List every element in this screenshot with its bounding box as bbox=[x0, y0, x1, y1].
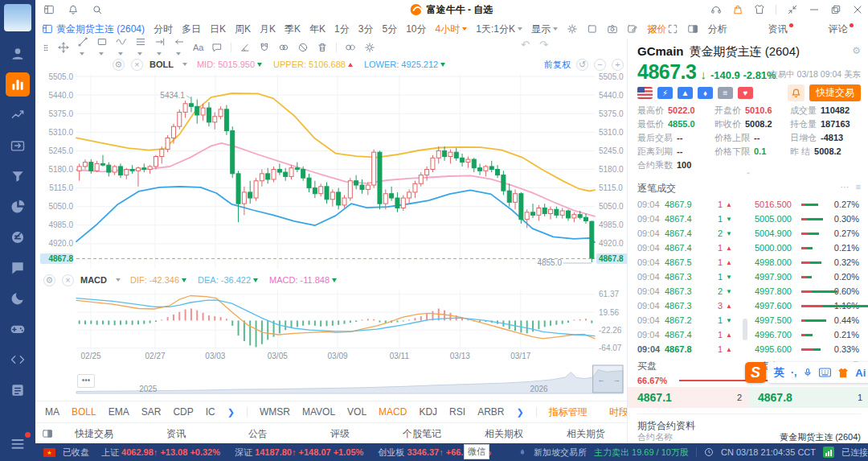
period-4小时[interactable]: 4小时 bbox=[436, 23, 468, 36]
tick-scrollbar-thumb[interactable] bbox=[743, 319, 747, 340]
period-1分[interactable]: 1分 bbox=[334, 23, 350, 36]
period-周K[interactable]: 周K bbox=[235, 23, 251, 36]
tick-row[interactable]: 09:044867.32▼4997.8000.60% bbox=[628, 284, 868, 298]
indicator-tab-MAVOL[interactable]: MAVOL bbox=[302, 406, 335, 418]
minimize-icon[interactable] bbox=[809, 4, 820, 15]
ime-ai-button[interactable]: Ai bbox=[855, 367, 866, 379]
collapse-stats-icon[interactable]: ⌃ bbox=[628, 172, 868, 179]
move-icon[interactable] bbox=[58, 42, 69, 53]
macd-chart[interactable]: 61.3719.56-22.26-64.07 bbox=[35, 288, 627, 351]
flash-quote-icon[interactable]: ⚡ bbox=[657, 87, 673, 99]
trend-icon[interactable] bbox=[6, 103, 30, 127]
profile-icon[interactable] bbox=[6, 42, 30, 66]
bottom-tab-资讯[interactable]: 资讯 bbox=[135, 427, 217, 441]
period-月K[interactable]: 月K bbox=[260, 23, 276, 36]
indicator-tab-VOL[interactable]: VOL bbox=[347, 406, 366, 418]
magnet-icon[interactable] bbox=[259, 42, 270, 53]
trade-icon[interactable] bbox=[6, 134, 30, 158]
macd-close-icon[interactable]: × bbox=[62, 274, 74, 286]
indicator-tab-MA[interactable]: MA bbox=[45, 406, 59, 418]
bell-icon[interactable] bbox=[68, 4, 79, 15]
panel-settings-icon[interactable]: ⚙ bbox=[852, 45, 861, 56]
indicator-tab-BOLL[interactable]: BOLL bbox=[72, 406, 96, 418]
trendline-icon[interactable] bbox=[77, 36, 88, 59]
indicator-tab-CDP[interactable]: CDP bbox=[173, 406, 193, 418]
headset-icon[interactable] bbox=[710, 4, 722, 15]
tick-list-icon[interactable]: ≡ bbox=[856, 182, 861, 192]
reset-zoom-icon[interactable]: ↺ bbox=[576, 59, 588, 71]
tick-row[interactable]: 09:044867.42▼5004.9000.27% bbox=[628, 226, 868, 241]
period-季K[interactable]: 季K bbox=[285, 23, 301, 36]
period-多日[interactable]: 多日 bbox=[182, 23, 201, 36]
portfolio-icon[interactable] bbox=[6, 195, 30, 219]
toolbar-camera-icon[interactable] bbox=[607, 23, 618, 35]
rect-icon[interactable] bbox=[96, 36, 108, 59]
settings-icon[interactable] bbox=[364, 42, 375, 53]
display-dropdown[interactable]: 显示 bbox=[531, 23, 558, 36]
tick-more-icon[interactable]: ⋯ bbox=[841, 182, 850, 192]
indicator-more-icon[interactable]: ❯ bbox=[227, 407, 235, 418]
macd-label[interactable]: MACD bbox=[80, 275, 107, 285]
ime-punct-toggle[interactable]: ·, bbox=[791, 367, 796, 378]
tick-row[interactable]: 09:044867.41▼5005.0000.30% bbox=[628, 212, 868, 226]
indicator-tab-WMSR[interactable]: WMSR bbox=[260, 406, 290, 418]
indicator-tab-IC[interactable]: IC bbox=[206, 406, 215, 418]
angle-icon[interactable] bbox=[240, 42, 251, 53]
markets-icon[interactable] bbox=[6, 72, 30, 97]
arrow-icon[interactable] bbox=[174, 36, 185, 59]
redo-icon[interactable]: ↷ bbox=[539, 39, 548, 51]
compare-icon[interactable] bbox=[345, 42, 356, 53]
exchange-name[interactable]: 新加坡交易所 bbox=[534, 447, 587, 459]
indicator-tab-MACD[interactable]: MACD bbox=[379, 406, 407, 418]
chat-icon[interactable] bbox=[6, 256, 30, 280]
boll-label[interactable]: BOLL bbox=[149, 60, 174, 69]
chart-navigator[interactable]: ←→20252026 ••• bbox=[35, 364, 627, 395]
more-menu-button[interactable] bbox=[6, 434, 30, 455]
candlestick-chart[interactable]: 5434.14855.05505.05505.05440.05440.05375… bbox=[35, 72, 627, 272]
screener-icon[interactable] bbox=[6, 164, 30, 188]
price-alert-bell-icon[interactable] bbox=[788, 84, 805, 101]
period-日K[interactable]: 日K bbox=[210, 23, 226, 36]
time-period-button[interactable]: 时段 bbox=[609, 405, 628, 419]
futubull-icon[interactable] bbox=[6, 225, 30, 249]
hide-icon[interactable] bbox=[297, 42, 309, 53]
skin-icon[interactable] bbox=[754, 4, 765, 15]
indicator-settings-icon[interactable]: ⚙ bbox=[113, 59, 125, 71]
dark-mode-icon[interactable] bbox=[6, 286, 30, 311]
doc-icon[interactable]: ≡ bbox=[718, 87, 733, 99]
game-icon[interactable] bbox=[6, 317, 30, 341]
favorite-heart-icon[interactable]: ♥ bbox=[738, 87, 753, 99]
fib-icon[interactable] bbox=[135, 36, 146, 59]
tag-icon[interactable]: ⬧ bbox=[698, 87, 713, 99]
undo-icon[interactable]: ↶ bbox=[521, 39, 530, 51]
indicator-tab-KDJ[interactable]: KDJ bbox=[419, 406, 437, 418]
period-10分[interactable]: 10分 bbox=[406, 23, 426, 36]
store-icon[interactable] bbox=[732, 4, 743, 15]
news-icon[interactable] bbox=[6, 378, 30, 402]
indicator-tab-RSI[interactable]: RSI bbox=[449, 406, 465, 418]
tick-row[interactable]: 09:044867.41▲5000.0000.21% bbox=[628, 241, 868, 255]
active-symbol-tab[interactable]: 黄金期货主连 (2604) bbox=[42, 23, 145, 36]
tick-row[interactable]: 09:044867.91▲5016.5000.27% bbox=[628, 197, 868, 212]
bottom-panel-icon[interactable] bbox=[42, 428, 53, 439]
panel-tab-分析[interactable]: 分析 bbox=[687, 19, 747, 39]
boards-icon[interactable] bbox=[43, 4, 55, 15]
text-icon[interactable]: Aa bbox=[193, 43, 203, 52]
measure-icon[interactable] bbox=[154, 36, 166, 59]
tick-row[interactable]: 09:044867.33▲4997.6001.16% bbox=[628, 298, 868, 313]
period-3分[interactable]: 3分 bbox=[358, 23, 374, 36]
zoom-in-icon[interactable]: + bbox=[612, 59, 624, 71]
tick-row[interactable]: 09:044867.31▼4997.9000.20% bbox=[628, 270, 868, 284]
user-avatar[interactable] bbox=[4, 4, 31, 31]
indicator-more-icon-2[interactable]: ❯ bbox=[516, 407, 523, 418]
ime-mic-icon[interactable] bbox=[803, 367, 813, 378]
tick-row[interactable]: 09:044867.51▲4998.0000.32% bbox=[628, 255, 868, 270]
ime-language-toggle[interactable]: 英 bbox=[774, 365, 784, 380]
search-icon[interactable] bbox=[92, 4, 103, 15]
panel-tab-报价[interactable]: 报价 bbox=[627, 19, 687, 40]
sogou-logo-icon[interactable]: S bbox=[745, 362, 766, 383]
period-5分[interactable]: 5分 bbox=[382, 23, 397, 36]
bottom-tab-相关期货[interactable]: 相关期货 bbox=[545, 427, 627, 441]
index-上证[interactable]: 上证 4062.98↑ +13.08 +0.32% bbox=[101, 447, 220, 459]
panel-tab-评论[interactable]: 评论 bbox=[808, 19, 868, 39]
